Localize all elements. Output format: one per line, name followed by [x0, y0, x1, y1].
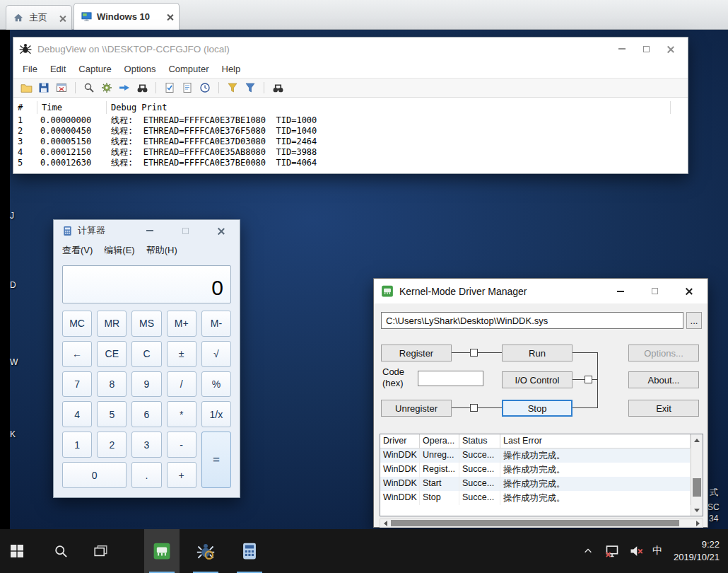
scroll-left-button[interactable] — [380, 519, 390, 527]
key-0[interactable]: 0 — [62, 462, 127, 488]
maximize-button[interactable] — [634, 40, 658, 57]
log-row[interactable]: 4 0.00012150 线程: ETHREAD=FFFFCA0E35AB808… — [13, 147, 688, 158]
about-button[interactable]: About... — [628, 371, 699, 388]
scrollbar-thumb[interactable] — [693, 478, 701, 497]
vertical-scrollbar[interactable] — [691, 434, 703, 516]
scrollbar-thumb[interactable] — [391, 520, 679, 526]
key-6[interactable]: 6 — [131, 401, 161, 427]
key-mr[interactable]: MR — [97, 311, 127, 337]
ime-indicator[interactable]: 中 — [652, 545, 662, 557]
key-5[interactable]: 5 — [97, 401, 127, 427]
close-button[interactable] — [209, 222, 233, 239]
table-row[interactable]: WinDDK Regist... Succe... 操作成功完成。 — [380, 463, 691, 477]
tab-close-icon[interactable] — [167, 13, 173, 20]
key-ms[interactable]: MS — [131, 311, 161, 337]
key-equals[interactable]: = — [201, 432, 231, 488]
key-ce[interactable]: CE — [97, 341, 127, 367]
close-button[interactable] — [658, 40, 682, 57]
key-9[interactable]: 9 — [131, 371, 161, 398]
horizontal-scrollbar[interactable] — [380, 519, 703, 528]
gear-icon[interactable] — [100, 81, 113, 94]
key-8[interactable]: 8 — [97, 371, 127, 398]
log-row[interactable]: 3 0.00005150 线程: ETHREAD=FFFFCA0E37D0308… — [13, 137, 688, 147]
find-binoculars-icon[interactable] — [271, 81, 284, 94]
menu-help[interactable]: Help — [216, 64, 247, 74]
browse-button[interactable]: ... — [686, 312, 702, 329]
minimize-button[interactable] — [610, 40, 634, 57]
key-backspace[interactable]: ← — [62, 341, 92, 367]
calculator-titlebar[interactable]: 计算器 — [54, 220, 240, 241]
highlight-funnel-icon[interactable] — [244, 81, 257, 94]
key-negate[interactable]: ± — [167, 341, 196, 367]
table-row[interactable]: WinDDK Start Succe... 操作成功完成。 — [380, 477, 691, 491]
taskbar-debugview[interactable] — [188, 529, 223, 573]
column-header-time[interactable]: Time — [37, 101, 107, 114]
clock-icon[interactable] — [199, 81, 211, 94]
key-7[interactable]: 7 — [62, 371, 92, 398]
scroll-right-button[interactable] — [693, 519, 703, 527]
debugview-titlebar[interactable]: DebugView on \\DESKTOP-CCFGJFO (local) — [13, 37, 688, 60]
io-control-button[interactable]: I/O Control — [502, 371, 573, 388]
search-button[interactable] — [44, 529, 78, 573]
maximize-button[interactable] — [173, 222, 197, 239]
driver-path-input[interactable] — [381, 312, 683, 329]
key-mplus[interactable]: M+ — [167, 311, 196, 337]
filter-doc-icon[interactable] — [181, 81, 194, 94]
magnifier-icon[interactable] — [83, 81, 95, 94]
key-decimal[interactable]: . — [131, 462, 161, 488]
key-divide[interactable]: / — [167, 371, 196, 398]
tray-expand-button[interactable] — [580, 543, 596, 559]
register-button[interactable]: Register — [381, 345, 452, 361]
capture-binoculars-icon[interactable] — [136, 81, 148, 94]
menu-edit[interactable]: Edit — [44, 64, 72, 74]
menu-computer[interactable]: Computer — [162, 64, 215, 74]
clear-display-icon[interactable] — [55, 81, 68, 94]
key-percent[interactable]: % — [201, 371, 231, 398]
tab-home[interactable]: 主页 — [6, 5, 72, 30]
key-reciprocal[interactable]: 1/x — [201, 401, 231, 427]
menu-file[interactable]: File — [16, 64, 44, 74]
task-view-button[interactable] — [83, 529, 117, 573]
table-row[interactable]: WinDDK Stop Succe... 操作成功完成。 — [380, 491, 691, 505]
column-header-status[interactable]: Status — [459, 434, 500, 448]
column-header-last-error[interactable]: Last Error — [500, 434, 691, 448]
key-sqrt[interactable]: √ — [201, 341, 231, 367]
menu-capture[interactable]: Capture — [72, 64, 117, 74]
menu-edit[interactable]: 编辑(E) — [98, 244, 140, 257]
minimize-button[interactable] — [609, 283, 633, 300]
key-mc[interactable]: MC — [62, 311, 92, 337]
unregister-button[interactable]: Unregister — [381, 400, 452, 417]
table-row[interactable]: WinDDK Unreg... Succe... 操作成功完成。 — [380, 448, 691, 463]
autoscroll-arrow-icon[interactable] — [118, 81, 131, 94]
exit-button[interactable]: Exit — [628, 400, 699, 417]
driver-manager-titlebar[interactable]: Kernel-Mode Driver Manager — [374, 279, 708, 303]
tab-close-icon[interactable] — [59, 15, 66, 21]
save-icon[interactable] — [37, 81, 50, 94]
scroll-down-button[interactable] — [691, 504, 703, 516]
filter-check-icon[interactable] — [163, 81, 176, 94]
minimize-button[interactable] — [138, 222, 162, 239]
key-multiply[interactable]: * — [167, 401, 196, 427]
key-mminus[interactable]: M- — [201, 311, 231, 337]
maximize-button[interactable] — [642, 283, 667, 300]
key-plus[interactable]: + — [167, 462, 196, 488]
column-header-debug-print[interactable]: Debug Print — [107, 101, 671, 114]
column-header-operation[interactable]: Opera... — [420, 434, 459, 448]
column-header-driver[interactable]: Driver — [380, 434, 420, 448]
options-button[interactable]: Options... — [628, 345, 699, 361]
run-button[interactable]: Run — [502, 345, 573, 361]
start-button[interactable] — [0, 529, 34, 573]
key-c[interactable]: C — [131, 341, 161, 367]
menu-help[interactable]: 帮助(H) — [141, 244, 183, 257]
code-hex-input[interactable] — [418, 371, 483, 386]
key-minus[interactable]: - — [167, 432, 196, 458]
taskbar-calculator[interactable] — [232, 529, 267, 573]
taskbar-driver-manager[interactable] — [144, 529, 180, 573]
log-row[interactable]: 5 0.00012630 线程: ETHREAD=FFFFCA0E37BE008… — [13, 158, 688, 168]
tab-windows10[interactable]: Windows 10 — [74, 3, 180, 30]
close-button[interactable] — [676, 283, 700, 300]
log-row[interactable]: 2 0.00000450 线程: ETHREAD=FFFFCA0E376F508… — [13, 126, 688, 137]
column-header-num[interactable]: # — [13, 101, 37, 114]
log-row[interactable]: 1 0.00000000 线程: ETHREAD=FFFFCA0E37BE108… — [13, 115, 688, 126]
filter-funnel-icon[interactable] — [226, 81, 239, 94]
